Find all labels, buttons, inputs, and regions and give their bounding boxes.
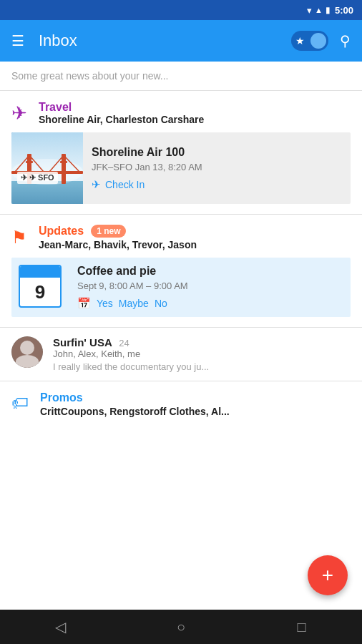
app-bar: ☰ Inbox ★ ⚲ — [0, 20, 362, 62]
star-icon: ★ — [295, 35, 305, 47]
compose-icon: + — [322, 565, 333, 585]
email-item-title: Surfin' USA 24 — [53, 336, 351, 348]
email-count: 24 — [119, 338, 129, 348]
flight-badge-text: ✈ SFO — [29, 173, 54, 182]
status-time: 5:00 — [335, 5, 353, 16]
travel-section-info: Travel Shoreline Air, Charleston Carshar… — [39, 101, 204, 125]
rsvp-no-button[interactable]: No — [155, 298, 167, 309]
promos-senders: CrittCoupons, Rengstoroff Clothes, Al... — [40, 406, 230, 417]
back-button[interactable]: ◁ — [39, 613, 82, 641]
signal-icon: ▲ — [315, 6, 323, 14]
content-area: Some great news about your new... ✈ Trav… — [0, 62, 362, 610]
travel-card[interactable]: ✈ ✈ SFO Shoreline Air 100 JFK–SFO Jan 13… — [11, 132, 351, 204]
calendar-event-title: Coffee and pie — [77, 265, 342, 278]
avatar-image — [11, 336, 43, 368]
email-item-senders: John, Alex, Keith, me — [53, 348, 351, 359]
calendar-card[interactable]: 9 Coffee and pie Sept 9, 8:00 AM – 9:00 … — [11, 258, 351, 317]
travel-section-header: ✈ Travel Shoreline Air, Charleston Carsh… — [11, 101, 351, 125]
updates-section: ⚑ Updates 1 new Jean-Marc, Bhavik, Trevo… — [0, 214, 362, 317]
check-in-button[interactable]: Check In — [105, 179, 145, 190]
image-badge: ✈ ✈ SFO — [17, 172, 58, 184]
menu-icon[interactable]: ☰ — [11, 32, 24, 49]
travel-card-subtitle: JFK–SFO Jan 13, 8:20 AM — [92, 162, 342, 172]
bottom-nav: ◁ ○ □ — [0, 610, 362, 644]
rsvp-yes-button[interactable]: Yes — [97, 298, 113, 309]
travel-senders: Shoreline Air, Charleston Carshare — [39, 114, 204, 125]
status-icons: ▾ ▲ ▮ 5:00 — [307, 5, 353, 16]
avatar — [11, 336, 43, 368]
promos-icon: 🏷 — [11, 393, 29, 413]
recents-button[interactable]: □ — [280, 613, 323, 641]
svg-rect-11 — [60, 161, 67, 163]
search-icon[interactable]: ⚲ — [340, 32, 351, 49]
promos-info: Promos CrittCoupons, Rengstoroff Clothes… — [40, 391, 230, 417]
calendar-visual: 9 — [19, 265, 62, 308]
calendar-date: 9 — [20, 278, 60, 306]
flight-badge-icon: ✈ — [21, 173, 27, 182]
updates-icon: ⚑ — [11, 228, 27, 248]
app-bar-right: ★ ⚲ — [291, 31, 351, 51]
check-in-icon: ✈ — [92, 178, 101, 191]
calendar-icon-box: 9 — [11, 258, 69, 315]
check-in-row: ✈ Check In — [92, 178, 342, 191]
svg-rect-4 — [62, 154, 66, 184]
rsvp-maybe-button[interactable]: Maybe — [119, 298, 149, 309]
travel-card-title: Shoreline Air 100 — [92, 146, 342, 159]
preview-text: Some great news about your new... — [11, 70, 168, 82]
app-bar-title: Inbox — [39, 31, 77, 50]
status-bar: ▾ ▲ ▮ 5:00 — [0, 0, 362, 20]
updates-section-info: Updates 1 new Jean-Marc, Bhavik, Trevor,… — [39, 225, 197, 250]
email-item-surfin[interactable]: Surfin' USA 24 John, Alex, Keith, me I r… — [0, 327, 362, 381]
promos-section[interactable]: 🏷 Promos CrittCoupons, Rengstoroff Cloth… — [0, 381, 362, 417]
promos-label: Promos — [40, 391, 230, 404]
rsvp-icon: 📅 — [77, 297, 91, 310]
travel-section: ✈ Travel Shoreline Air, Charleston Carsh… — [0, 91, 362, 204]
battery-icon: ▮ — [326, 5, 331, 15]
home-button[interactable]: ○ — [160, 613, 202, 641]
travel-card-image: ✈ ✈ SFO — [11, 132, 83, 204]
app-bar-left: ☰ Inbox — [11, 31, 77, 50]
travel-label: Travel — [39, 101, 204, 114]
rsvp-row: 📅 Yes Maybe No — [77, 297, 342, 310]
travel-icon: ✈ — [11, 102, 27, 125]
preview-strip: Some great news about your new... — [0, 62, 362, 91]
updates-senders: Jean-Marc, Bhavik, Trevor, Jason — [39, 239, 197, 250]
wifi-icon: ▾ — [307, 5, 312, 16]
updates-section-header: ⚑ Updates 1 new Jean-Marc, Bhavik, Trevo… — [11, 225, 351, 250]
compose-fab[interactable]: + — [308, 555, 348, 595]
travel-card-body: Shoreline Air 100 JFK–SFO Jan 13, 8:20 A… — [83, 132, 351, 204]
bundle-toggle[interactable]: ★ — [291, 31, 328, 51]
calendar-event-time: Sept 9, 8:00 AM – 9:00 AM — [77, 280, 342, 291]
toggle-thumb — [310, 33, 326, 49]
email-item-body: Surfin' USA 24 John, Alex, Keith, me I r… — [53, 336, 351, 372]
updates-title-row: Updates 1 new — [39, 225, 197, 238]
email-item-preview: I really liked the documentary you ju... — [53, 361, 351, 372]
svg-rect-10 — [26, 161, 33, 163]
calendar-card-body: Coffee and pie Sept 9, 8:00 AM – 9:00 AM… — [69, 258, 351, 317]
calendar-header-bar — [20, 266, 60, 278]
new-badge: 1 new — [91, 225, 126, 238]
updates-label: Updates — [39, 225, 84, 238]
